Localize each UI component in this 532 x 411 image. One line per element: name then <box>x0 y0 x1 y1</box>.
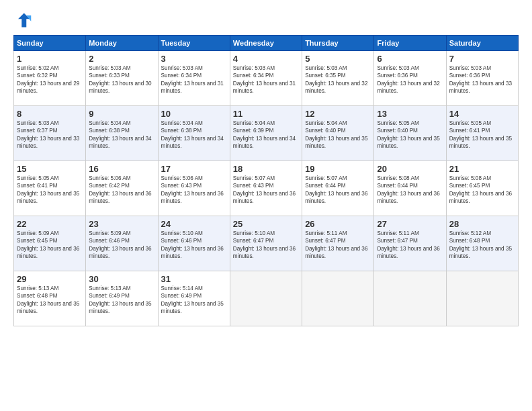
day-number: 1 <box>17 54 83 64</box>
day-info: Sunrise: 5:13 AMSunset: 6:49 PMDaylight:… <box>89 285 154 316</box>
day-info: Sunrise: 5:03 AMSunset: 6:36 PMDaylight:… <box>377 64 443 95</box>
col-header-thursday: Thursday <box>302 36 374 51</box>
day-info: Sunrise: 5:03 AMSunset: 6:33 PMDaylight:… <box>89 64 154 95</box>
day-number: 18 <box>233 164 299 174</box>
day-number: 25 <box>233 219 299 229</box>
day-number: 13 <box>377 109 443 119</box>
calendar-cell: 3Sunrise: 5:03 AMSunset: 6:34 PMDaylight… <box>158 51 230 106</box>
calendar-cell <box>374 271 446 326</box>
day-info: Sunrise: 5:08 AMSunset: 6:45 PMDaylight:… <box>449 175 515 205</box>
day-info: Sunrise: 5:03 AMSunset: 6:34 PMDaylight:… <box>161 64 227 95</box>
calendar-cell: 26Sunrise: 5:11 AMSunset: 6:47 PMDayligh… <box>302 216 374 271</box>
calendar-cell: 9Sunrise: 5:04 AMSunset: 6:38 PMDaylight… <box>86 106 158 161</box>
day-number: 19 <box>305 164 371 174</box>
calendar-cell: 2Sunrise: 5:03 AMSunset: 6:33 PMDaylight… <box>86 51 158 106</box>
calendar-table: SundayMondayTuesdayWednesdayThursdayFrid… <box>13 35 519 326</box>
day-number: 16 <box>89 164 154 174</box>
day-info: Sunrise: 5:11 AMSunset: 6:47 PMDaylight:… <box>377 230 443 261</box>
calendar-cell <box>230 271 302 326</box>
day-info: Sunrise: 5:05 AMSunset: 6:41 PMDaylight:… <box>449 120 515 150</box>
calendar-cell: 7Sunrise: 5:03 AMSunset: 6:36 PMDaylight… <box>446 51 518 106</box>
calendar-cell: 13Sunrise: 5:05 AMSunset: 6:40 PMDayligh… <box>374 106 446 161</box>
calendar-cell: 29Sunrise: 5:13 AMSunset: 6:48 PMDayligh… <box>14 271 86 326</box>
day-info: Sunrise: 5:03 AMSunset: 6:36 PMDaylight:… <box>449 64 515 95</box>
day-number: 17 <box>161 164 227 174</box>
calendar-cell: 8Sunrise: 5:03 AMSunset: 6:37 PMDaylight… <box>14 106 86 161</box>
calendar-cell: 12Sunrise: 5:04 AMSunset: 6:40 PMDayligh… <box>302 106 374 161</box>
calendar-cell: 28Sunrise: 5:12 AMSunset: 6:48 PMDayligh… <box>446 216 518 271</box>
day-info: Sunrise: 5:05 AMSunset: 6:41 PMDaylight:… <box>17 175 83 205</box>
logo-icon <box>13 11 32 30</box>
day-number: 29 <box>17 274 83 284</box>
calendar-cell: 25Sunrise: 5:10 AMSunset: 6:47 PMDayligh… <box>230 216 302 271</box>
day-number: 7 <box>449 54 515 64</box>
calendar-cell <box>446 271 518 326</box>
day-info: Sunrise: 5:09 AMSunset: 6:45 PMDaylight:… <box>17 230 83 261</box>
day-number: 6 <box>377 54 443 64</box>
day-number: 2 <box>89 54 154 64</box>
day-number: 11 <box>233 109 299 119</box>
header <box>13 11 519 30</box>
page: SundayMondayTuesdayWednesdayThursdayFrid… <box>0 0 532 411</box>
col-header-saturday: Saturday <box>446 36 518 51</box>
logo <box>13 11 35 30</box>
col-header-tuesday: Tuesday <box>158 36 230 51</box>
calendar-cell: 6Sunrise: 5:03 AMSunset: 6:36 PMDaylight… <box>374 51 446 106</box>
calendar-cell: 20Sunrise: 5:08 AMSunset: 6:44 PMDayligh… <box>374 161 446 216</box>
day-info: Sunrise: 5:03 AMSunset: 6:34 PMDaylight:… <box>233 64 299 95</box>
day-info: Sunrise: 5:04 AMSunset: 6:40 PMDaylight:… <box>305 120 371 150</box>
day-number: 15 <box>17 164 83 174</box>
day-info: Sunrise: 5:06 AMSunset: 6:43 PMDaylight:… <box>161 175 227 205</box>
day-number: 27 <box>377 219 443 229</box>
calendar-cell: 27Sunrise: 5:11 AMSunset: 6:47 PMDayligh… <box>374 216 446 271</box>
calendar-cell: 10Sunrise: 5:04 AMSunset: 6:38 PMDayligh… <box>158 106 230 161</box>
day-info: Sunrise: 5:12 AMSunset: 6:48 PMDaylight:… <box>449 230 515 261</box>
day-number: 4 <box>233 54 299 64</box>
day-info: Sunrise: 5:04 AMSunset: 6:38 PMDaylight:… <box>89 120 154 150</box>
calendar-cell: 21Sunrise: 5:08 AMSunset: 6:45 PMDayligh… <box>446 161 518 216</box>
calendar-cell: 19Sunrise: 5:07 AMSunset: 6:44 PMDayligh… <box>302 161 374 216</box>
day-info: Sunrise: 5:10 AMSunset: 6:46 PMDaylight:… <box>161 230 227 261</box>
day-number: 26 <box>305 219 371 229</box>
day-number: 8 <box>17 109 83 119</box>
day-number: 22 <box>17 219 83 229</box>
calendar-cell: 15Sunrise: 5:05 AMSunset: 6:41 PMDayligh… <box>14 161 86 216</box>
day-number: 14 <box>449 109 515 119</box>
calendar-cell: 31Sunrise: 5:14 AMSunset: 6:49 PMDayligh… <box>158 271 230 326</box>
calendar-cell: 22Sunrise: 5:09 AMSunset: 6:45 PMDayligh… <box>14 216 86 271</box>
day-info: Sunrise: 5:02 AMSunset: 6:32 PMDaylight:… <box>17 64 83 95</box>
day-info: Sunrise: 5:10 AMSunset: 6:47 PMDaylight:… <box>233 230 299 261</box>
col-header-friday: Friday <box>374 36 446 51</box>
calendar-week-5: 29Sunrise: 5:13 AMSunset: 6:48 PMDayligh… <box>14 271 519 326</box>
day-info: Sunrise: 5:08 AMSunset: 6:44 PMDaylight:… <box>377 175 443 205</box>
calendar-week-4: 22Sunrise: 5:09 AMSunset: 6:45 PMDayligh… <box>14 216 519 271</box>
day-number: 10 <box>161 109 227 119</box>
day-number: 5 <box>305 54 371 64</box>
day-info: Sunrise: 5:03 AMSunset: 6:37 PMDaylight:… <box>17 120 83 150</box>
day-number: 24 <box>161 219 227 229</box>
calendar-cell: 11Sunrise: 5:04 AMSunset: 6:39 PMDayligh… <box>230 106 302 161</box>
day-number: 31 <box>161 274 227 284</box>
calendar-cell: 4Sunrise: 5:03 AMSunset: 6:34 PMDaylight… <box>230 51 302 106</box>
day-number: 21 <box>449 164 515 174</box>
header-row: SundayMondayTuesdayWednesdayThursdayFrid… <box>14 36 519 51</box>
calendar-cell: 5Sunrise: 5:03 AMSunset: 6:35 PMDaylight… <box>302 51 374 106</box>
calendar-cell: 17Sunrise: 5:06 AMSunset: 6:43 PMDayligh… <box>158 161 230 216</box>
col-header-monday: Monday <box>86 36 158 51</box>
day-number: 9 <box>89 109 154 119</box>
col-header-wednesday: Wednesday <box>230 36 302 51</box>
calendar-cell: 14Sunrise: 5:05 AMSunset: 6:41 PMDayligh… <box>446 106 518 161</box>
day-info: Sunrise: 5:09 AMSunset: 6:46 PMDaylight:… <box>89 230 154 261</box>
col-header-sunday: Sunday <box>14 36 86 51</box>
day-info: Sunrise: 5:07 AMSunset: 6:43 PMDaylight:… <box>233 175 299 205</box>
day-number: 28 <box>449 219 515 229</box>
day-info: Sunrise: 5:14 AMSunset: 6:49 PMDaylight:… <box>161 285 227 316</box>
calendar-cell: 30Sunrise: 5:13 AMSunset: 6:49 PMDayligh… <box>86 271 158 326</box>
calendar-cell: 23Sunrise: 5:09 AMSunset: 6:46 PMDayligh… <box>86 216 158 271</box>
calendar-cell: 24Sunrise: 5:10 AMSunset: 6:46 PMDayligh… <box>158 216 230 271</box>
day-info: Sunrise: 5:05 AMSunset: 6:40 PMDaylight:… <box>377 120 443 150</box>
day-info: Sunrise: 5:06 AMSunset: 6:42 PMDaylight:… <box>89 175 154 205</box>
day-number: 12 <box>305 109 371 119</box>
calendar-week-3: 15Sunrise: 5:05 AMSunset: 6:41 PMDayligh… <box>14 161 519 216</box>
calendar-cell: 18Sunrise: 5:07 AMSunset: 6:43 PMDayligh… <box>230 161 302 216</box>
